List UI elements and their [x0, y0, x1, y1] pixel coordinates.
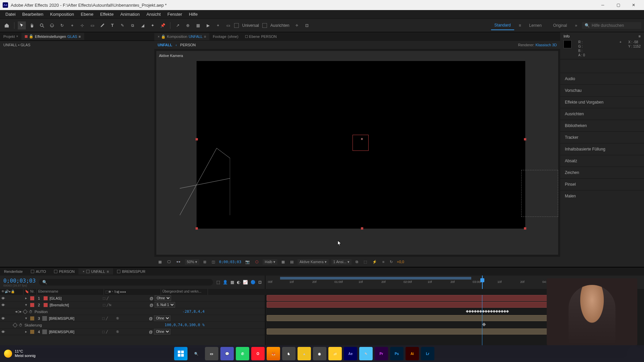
- photoshop-icon[interactable]: Ps: [390, 347, 404, 360]
- panel-vorschau[interactable]: Vorschau: [560, 84, 644, 96]
- maximize-button[interactable]: ▢: [610, 0, 626, 10]
- composition-viewer[interactable]: Aktive Kamera ✦: [156, 51, 558, 255]
- keyframe-nav-icon[interactable]: [13, 322, 17, 327]
- close-icon[interactable]: ×: [83, 270, 84, 273]
- playhead-line[interactable]: [482, 295, 482, 347]
- roi-icon[interactable]: ◫: [210, 259, 216, 265]
- task-view-button[interactable]: ▭: [205, 347, 218, 360]
- firefox-icon[interactable]: 🦊: [267, 347, 280, 360]
- layer-name[interactable]: [BREMSSPUR]: [48, 316, 102, 320]
- snap-options-icon[interactable]: ⊡: [303, 21, 311, 29]
- workspace-lernen[interactable]: Lernen: [526, 21, 545, 30]
- close-icon[interactable]: ×: [16, 35, 18, 38]
- stopwatch-icon[interactable]: ⏱: [19, 323, 22, 327]
- current-time[interactable]: 0;00;03;03: [3, 278, 36, 284]
- explorer-icon[interactable]: 📁: [328, 347, 342, 360]
- local-axis-icon[interactable]: ↗: [174, 21, 182, 29]
- close-button[interactable]: ✕: [626, 0, 641, 10]
- weather-widget[interactable]: 11°C Meist sonnig: [4, 349, 36, 358]
- snap-icon[interactable]: ✧: [293, 21, 301, 29]
- parent-dropdown[interactable]: Ohne: [154, 329, 170, 335]
- panel-pinsel[interactable]: Pinsel: [560, 178, 644, 190]
- after-effects-icon[interactable]: Ae: [344, 347, 357, 360]
- renderer-dropdown[interactable]: Klassisch 3D: [535, 43, 557, 47]
- app-icon[interactable]: ▲: [298, 347, 311, 360]
- layer-name[interactable]: [GLAS]: [49, 296, 103, 300]
- layer-row[interactable]: 👁 ▾ 3 [BREMSSPUR] ⬚ ╱ ⦿ @Ohne: [0, 315, 265, 322]
- brush-tool[interactable]: ✎: [118, 21, 126, 29]
- view-dropdown[interactable]: Aktive Kamera ▾: [298, 259, 329, 265]
- menu-animation[interactable]: Animation: [117, 10, 143, 18]
- layer-name[interactable]: [Bremslicht]: [49, 303, 103, 307]
- stopwatch-icon[interactable]: ⏱: [29, 310, 33, 314]
- arrow-icon[interactable]: ▶: [204, 21, 212, 29]
- property-row[interactable]: ◂◇▸ ⏱ Position -287,8,4,4: [0, 308, 265, 315]
- help-search-input[interactable]: [592, 23, 639, 28]
- breadcrumb-person[interactable]: PERSON: [180, 43, 196, 47]
- pan-behind-tool[interactable]: ⊹: [78, 21, 86, 29]
- shy-icon[interactable]: 👤: [223, 280, 228, 285]
- chevron-right-icon[interactable]: ▸: [23, 296, 29, 300]
- layer-row[interactable]: 👁 ▸ 1 [GLAS] ⬚ ╱ @Ohne: [0, 295, 265, 302]
- motion-blur-icon[interactable]: ◐: [237, 280, 240, 285]
- menu-komposition[interactable]: Komposition: [47, 10, 77, 18]
- menu-ansicht[interactable]: Ansicht: [143, 10, 164, 18]
- workspace-original[interactable]: Original: [550, 21, 570, 30]
- layer-row[interactable]: 👁 ▾ 2 [Bremslicht] ⬚ ╱ fx @5. Null 1: [0, 302, 265, 308]
- chevron-right-icon[interactable]: ▸: [23, 329, 29, 334]
- orbit-tool[interactable]: [48, 21, 56, 29]
- hand-tool[interactable]: [28, 21, 36, 29]
- parent-dropdown[interactable]: Ohne: [155, 295, 171, 301]
- timeline-icon[interactable]: ≡: [381, 259, 386, 264]
- brain-icon[interactable]: 🔵: [251, 280, 256, 285]
- eye-icon[interactable]: 👁: [1, 316, 5, 320]
- viewer-time[interactable]: 0;00;03;03: [219, 260, 241, 264]
- tab-ebene[interactable]: Ebene PERSON: [242, 33, 280, 40]
- menu-hilfe[interactable]: Hilfe: [185, 10, 201, 18]
- frame-blend-icon[interactable]: ▦: [230, 280, 234, 285]
- menu-datei[interactable]: Datei: [2, 10, 19, 18]
- eye-icon[interactable]: 👁: [1, 303, 5, 307]
- lightroom-icon[interactable]: Lr: [421, 347, 434, 360]
- comp-mini-icon[interactable]: ⬚: [216, 280, 220, 285]
- app-icon[interactable]: ✎: [359, 347, 373, 360]
- panel-audio[interactable]: Audio: [560, 73, 644, 84]
- parent-dropdown[interactable]: 5. Null 1: [155, 302, 175, 308]
- zoom-dropdown[interactable]: 50% ▾: [185, 259, 199, 265]
- menu-ebene[interactable]: Ebene: [77, 10, 97, 18]
- panel-menu-icon[interactable]: ≡: [639, 34, 641, 38]
- app-icon[interactable]: ♞: [282, 347, 296, 360]
- tab-projekt[interactable]: Projekt×: [0, 33, 21, 40]
- tab-komposition[interactable]: × 🔒 Komposition UNFALL ≡: [154, 33, 209, 40]
- pickwhip-icon[interactable]: @: [149, 330, 153, 334]
- tab-footage[interactable]: Footage (ohne): [209, 33, 241, 40]
- guides-icon[interactable]: ▤: [289, 259, 295, 265]
- panel-tracker[interactable]: Tracker: [560, 131, 644, 143]
- label-color[interactable]: [30, 296, 34, 300]
- add-icon[interactable]: +: [214, 21, 222, 29]
- panel-effekte-vorgaben[interactable]: Effekte und Vorgaben: [560, 96, 644, 108]
- start-button[interactable]: [174, 347, 187, 360]
- toggle-mask-icon[interactable]: 👓: [175, 259, 182, 265]
- grid-icon[interactable]: ▦: [280, 259, 286, 265]
- panel-inhaltsbasierte[interactable]: Inhaltsbasierte Füllung: [560, 143, 644, 155]
- playhead[interactable]: [482, 276, 483, 289]
- pickwhip-icon[interactable]: @: [149, 316, 153, 320]
- illustrator-icon[interactable]: Ai: [406, 347, 419, 360]
- parent-dropdown[interactable]: Ohne: [154, 315, 170, 321]
- eraser-tool[interactable]: ◢: [139, 21, 147, 29]
- selection-tool[interactable]: [18, 21, 26, 29]
- property-value[interactable]: 100,0,74,0,100,0 %: [165, 323, 205, 327]
- menu-fenster[interactable]: Fenster: [164, 10, 185, 18]
- whatsapp-icon[interactable]: ✆: [236, 347, 249, 360]
- menu-bearbeiten[interactable]: Bearbeiten: [19, 10, 47, 18]
- graph-editor-icon[interactable]: 📈: [243, 280, 248, 285]
- panel-menu-icon[interactable]: ≡: [107, 269, 109, 274]
- layer-row[interactable]: 👁 ▸ 4 [BREMSSPUR] ⬚ ╱ ⦿ @Ohne: [0, 328, 265, 335]
- tab-renderliste[interactable]: Renderliste: [0, 268, 27, 275]
- pickwhip-icon[interactable]: @: [150, 303, 153, 307]
- roto-tool[interactable]: ✦: [149, 21, 157, 29]
- panel-menu-icon[interactable]: ≡: [204, 35, 206, 39]
- channel-icon[interactable]: ⬡: [254, 259, 260, 265]
- viewcount-dropdown[interactable]: 1 Ansi... ▾: [331, 259, 352, 265]
